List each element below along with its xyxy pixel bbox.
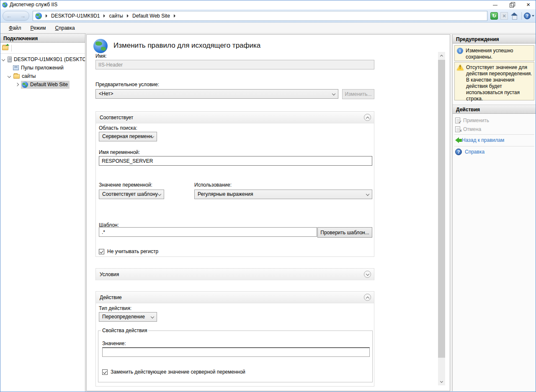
stop-icon[interactable]: ✕	[500, 12, 508, 20]
tree-item-server[interactable]: DESKTOP-U1MK9D1 (DESKTOP	[0, 55, 85, 64]
variable-name-input[interactable]	[99, 156, 372, 166]
app-icon	[2, 2, 8, 8]
connections-tree: DESKTOP-U1MK9D1 (DESKTOP Пулы приложений…	[0, 54, 85, 89]
back-arrow-icon	[455, 137, 459, 143]
variable-value-label: Значение переменной:	[99, 182, 152, 188]
match-section-title: Соответствует	[100, 115, 133, 120]
help-link[interactable]: ? Справка	[455, 148, 484, 156]
help-icon: ?	[455, 149, 462, 155]
conditions-section: Условия	[95, 268, 374, 280]
action-type-select[interactable]: Переопределение	[99, 312, 157, 322]
warning-alert-text: Отсутствует значение для действия переоп…	[466, 64, 532, 98]
breadcrumb-site[interactable]: Default Web Site	[132, 13, 170, 19]
edit-outbound-rule-page: Изменить правило для исходящего трафика …	[86, 34, 450, 391]
test-pattern-button[interactable]: Проверить шаблон...	[317, 227, 372, 238]
refresh-icon[interactable]: ↻	[490, 12, 498, 20]
cancel-label: Отмена	[463, 126, 481, 132]
replace-checkbox-row[interactable]: Заменить действующее значение серверной …	[102, 369, 245, 375]
action-type-label: Тип действия:	[99, 305, 131, 311]
minimize-button[interactable]	[493, 2, 498, 7]
back-to-rules-link[interactable]: Назад к правилам	[455, 136, 504, 144]
tree-item-label: Пулы приложений	[21, 65, 64, 71]
match-section-header[interactable]: Соответствует	[96, 112, 374, 123]
ignore-case-checkbox-row[interactable]: Не учитывать регистр	[99, 249, 158, 254]
warning-icon	[457, 64, 464, 70]
cancel-action[interactable]: × Отмена	[455, 125, 481, 133]
action-section-title: Действие	[100, 295, 122, 300]
conditions-section-title: Условия	[100, 272, 119, 277]
menu-view[interactable]: Режим	[26, 23, 51, 33]
forward-nav-icon[interactable]: →	[20, 13, 26, 19]
value-label: Значение:	[102, 341, 126, 346]
precondition-label: Предварительное условие:	[95, 82, 159, 87]
tree-item-label: Default Web Site	[30, 82, 68, 87]
menu-bar: Файл Режим Справка	[0, 23, 536, 33]
breadcrumb-server[interactable]: DESKTOP-U1MK9D1	[51, 13, 100, 19]
connections-panel: Подключения DESKTOP-U1MK9D1 (DESKTOP Пул…	[0, 33, 85, 392]
pattern-input[interactable]	[99, 227, 317, 237]
collapse-icon[interactable]	[364, 114, 371, 121]
title-bar: Диспетчер служб IIS ×	[0, 0, 536, 9]
name-input[interactable]	[95, 60, 374, 69]
back-nav-icon[interactable]: ←	[6, 13, 12, 19]
chevron-down-icon[interactable]	[2, 58, 5, 61]
scope-select[interactable]: Серверная переменн	[99, 132, 157, 141]
scrollbar-thumb[interactable]	[438, 60, 445, 358]
home-icon[interactable]	[510, 13, 518, 19]
precondition-select[interactable]: <Нет>	[95, 89, 338, 99]
page-globe-icon	[93, 39, 108, 53]
tree-item-default-web-site[interactable]: Default Web Site	[0, 80, 85, 89]
edit-precondition-button[interactable]: Изменить...	[342, 89, 374, 99]
expand-icon[interactable]	[364, 271, 371, 278]
chevron-right-icon[interactable]	[15, 83, 19, 86]
tree-item-label: сайты	[22, 73, 36, 79]
close-button[interactable]: ×	[526, 2, 530, 7]
replace-checkbox[interactable]	[102, 369, 108, 375]
server-icon	[8, 56, 12, 62]
variable-name-label: Имя переменной:	[99, 149, 140, 155]
chevron-down-icon	[366, 192, 369, 196]
nav-buttons: ← →	[3, 11, 29, 21]
globe-icon	[35, 13, 42, 19]
chevron-down-icon	[151, 315, 154, 318]
breadcrumb-arrow-icon	[46, 14, 47, 18]
collapse-icon[interactable]	[364, 294, 371, 301]
action-section-header[interactable]: Действие	[96, 292, 374, 303]
site-globe-icon	[22, 82, 28, 88]
toolbar-separator	[11, 45, 12, 51]
breadcrumb-arrow-icon	[127, 14, 129, 18]
restore-button[interactable]	[510, 2, 515, 7]
app-pools-icon	[13, 65, 19, 70]
help-label: Справка	[465, 149, 484, 155]
menu-help[interactable]: Справка	[51, 23, 80, 33]
apply-action[interactable]: ✓ Применить	[455, 116, 489, 125]
save-connection-icon[interactable]	[2, 46, 8, 50]
ignore-case-checkbox[interactable]	[99, 249, 104, 254]
tree-item-sites[interactable]: сайты	[0, 72, 85, 80]
help-button[interactable]: ?	[525, 12, 533, 20]
content-scrollbar[interactable]	[438, 52, 445, 385]
replace-label: Заменить действующее значение серверной …	[111, 369, 245, 375]
scroll-down-icon[interactable]	[438, 378, 445, 385]
conditions-section-header[interactable]: Условия	[96, 269, 374, 280]
menu-file[interactable]: Файл	[4, 23, 26, 33]
ignore-case-label: Не учитывать регистр	[107, 249, 158, 254]
chevron-down-icon[interactable]	[8, 74, 11, 78]
usage-label: Использование:	[194, 182, 232, 188]
info-alert-text: Изменения успешно сохранены.	[466, 48, 532, 59]
connections-header: Подключения	[0, 33, 85, 43]
window-title: Диспетчер служб IIS	[10, 2, 57, 8]
page-title: Изменить правило для исходящего трафика	[113, 41, 260, 50]
tree-item-app-pools[interactable]: Пулы приложений	[0, 64, 85, 72]
apply-icon: ✓	[455, 118, 460, 123]
usage-select[interactable]: Регулярные выражения	[194, 190, 372, 199]
breadcrumb-sites[interactable]: сайты	[109, 13, 123, 19]
info-alert: i Изменения успешно сохранены.	[454, 45, 534, 61]
name-label: Имя:	[95, 53, 107, 59]
scroll-up-icon[interactable]	[438, 52, 445, 59]
value-input[interactable]	[102, 347, 370, 357]
tree-item-label: DESKTOP-U1MK9D1 (DESKTOP	[14, 56, 85, 62]
warnings-header: Предупреждения	[453, 34, 536, 44]
variable-value-select[interactable]: Соответствует шаблону	[99, 190, 164, 199]
actions-header: Действия	[453, 105, 536, 114]
